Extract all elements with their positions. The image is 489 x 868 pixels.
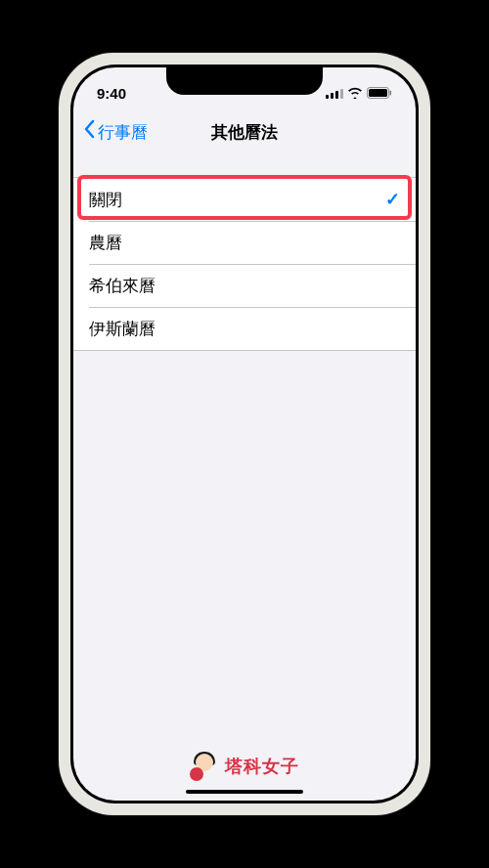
- phone-frame: 9:40 行事曆: [59, 53, 430, 815]
- option-label: 伊斯蘭曆: [89, 318, 156, 340]
- navigation-bar: 行事曆 其他曆法: [73, 110, 416, 153]
- svg-rect-3: [340, 89, 343, 99]
- calendar-options-list: 關閉 ✓ 農曆 希伯來曆 伊斯蘭曆: [73, 177, 416, 351]
- watermark-text: 塔科女子: [225, 755, 299, 778]
- wifi-icon: [347, 85, 363, 102]
- option-off[interactable]: 關閉 ✓: [73, 178, 416, 221]
- content-area: 關閉 ✓ 農曆 希伯來曆 伊斯蘭曆: [73, 153, 416, 351]
- svg-rect-5: [369, 89, 387, 97]
- option-islamic[interactable]: 伊斯蘭曆: [73, 307, 416, 350]
- option-lunar[interactable]: 農曆: [73, 221, 416, 264]
- svg-rect-6: [390, 90, 392, 95]
- option-hebrew[interactable]: 希伯來曆: [73, 264, 416, 307]
- watermark: 塔科女子: [190, 752, 299, 781]
- status-indicators: [326, 85, 392, 102]
- svg-rect-1: [331, 93, 333, 99]
- page-title: 其他曆法: [211, 121, 278, 144]
- watermark-avatar-icon: [190, 752, 219, 781]
- svg-rect-0: [326, 95, 329, 99]
- option-label: 希伯來曆: [89, 275, 156, 297]
- option-label: 農曆: [89, 232, 122, 254]
- notch: [166, 67, 323, 95]
- home-indicator[interactable]: [186, 790, 303, 794]
- chevron-left-icon: [83, 119, 95, 145]
- back-button[interactable]: 行事曆: [83, 119, 148, 145]
- checkmark-icon: ✓: [385, 189, 400, 210]
- battery-icon: [367, 85, 392, 102]
- screen: 9:40 行事曆: [73, 67, 416, 801]
- back-label: 行事曆: [98, 121, 148, 144]
- svg-rect-2: [335, 91, 338, 99]
- option-label: 關閉: [89, 189, 122, 211]
- phone-bezel: 9:40 行事曆: [70, 65, 419, 803]
- cellular-signal-icon: [326, 85, 343, 102]
- status-time: 9:40: [97, 85, 126, 102]
